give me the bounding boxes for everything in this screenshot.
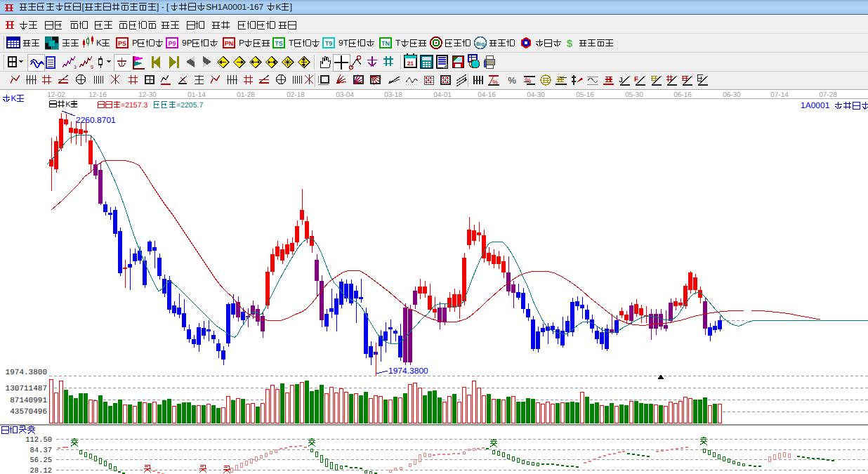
svg-text:] - [: ] - [ [157, 2, 169, 12]
svg-text:P9: P9 [168, 40, 176, 47]
svg-text:K: K [276, 2, 282, 12]
svg-text:12-16: 12-16 [88, 91, 107, 99]
svg-text:1974.3800: 1974.3800 [388, 366, 428, 376]
svg-text:01-28: 01-28 [237, 91, 255, 99]
svg-text:K: K [11, 93, 17, 103]
svg-text:56.25: 56.25 [29, 456, 52, 465]
svg-text:P: P [239, 38, 244, 48]
svg-text:04-16: 04-16 [478, 91, 496, 99]
svg-text:T: T [395, 38, 401, 48]
svg-text:03-18: 03-18 [384, 91, 402, 99]
svg-text:130711487: 130711487 [6, 385, 47, 393]
svg-text:9: 9 [91, 65, 93, 70]
svg-text:TS: TS [275, 40, 283, 47]
svg-text:]: ] [290, 2, 292, 12]
svg-text:07-14: 07-14 [770, 91, 789, 99]
svg-text:05-16: 05-16 [576, 91, 594, 99]
svg-text:=2157.3: =2157.3 [121, 101, 147, 110]
svg-text:PS: PS [118, 40, 126, 47]
svg-text:1A0001: 1A0001 [801, 100, 830, 110]
svg-text:04-01: 04-01 [433, 91, 452, 99]
svg-text:2260.8701: 2260.8701 [76, 115, 116, 125]
svg-text:T: T [289, 38, 294, 48]
svg-text:43570496: 43570496 [10, 408, 47, 416]
svg-text:06-16: 06-16 [673, 91, 692, 99]
svg-text:Big: Big [476, 41, 485, 47]
svg-text:03-04: 03-04 [336, 91, 354, 99]
svg-text:28.12: 28.12 [29, 467, 52, 474]
svg-text:=2205.7: =2205.7 [176, 101, 203, 110]
svg-text:06-30: 06-30 [723, 91, 741, 99]
svg-text:12-02: 12-02 [47, 91, 65, 99]
svg-text:3: 3 [74, 65, 77, 70]
svg-text:1974.3800: 1974.3800 [6, 369, 47, 377]
svg-text:112.50: 112.50 [25, 436, 52, 445]
svg-text:01-14: 01-14 [188, 91, 206, 99]
svg-text:K: K [96, 38, 102, 48]
svg-text:87140991: 87140991 [10, 397, 47, 405]
svg-text:PN: PN [225, 40, 234, 47]
svg-text:02-18: 02-18 [287, 91, 305, 99]
svg-text:K: K [65, 100, 71, 109]
svg-text:04-30: 04-30 [527, 91, 545, 99]
svg-text:9P: 9P [182, 38, 192, 48]
svg-text:21: 21 [407, 60, 414, 67]
svg-text:12-30: 12-30 [138, 91, 157, 99]
svg-text:84.37: 84.37 [29, 447, 52, 455]
svg-text:9T: 9T [338, 38, 349, 48]
svg-text:05-30: 05-30 [625, 91, 643, 99]
svg-text:07-28: 07-28 [819, 91, 837, 99]
svg-text:$: $ [567, 38, 573, 50]
svg-text:TN: TN [381, 40, 390, 47]
svg-text:%: % [508, 75, 516, 86]
svg-text:T9: T9 [325, 40, 333, 47]
svg-text:P: P [132, 38, 138, 48]
svg-text:SH1A0001-167: SH1A0001-167 [206, 2, 263, 12]
